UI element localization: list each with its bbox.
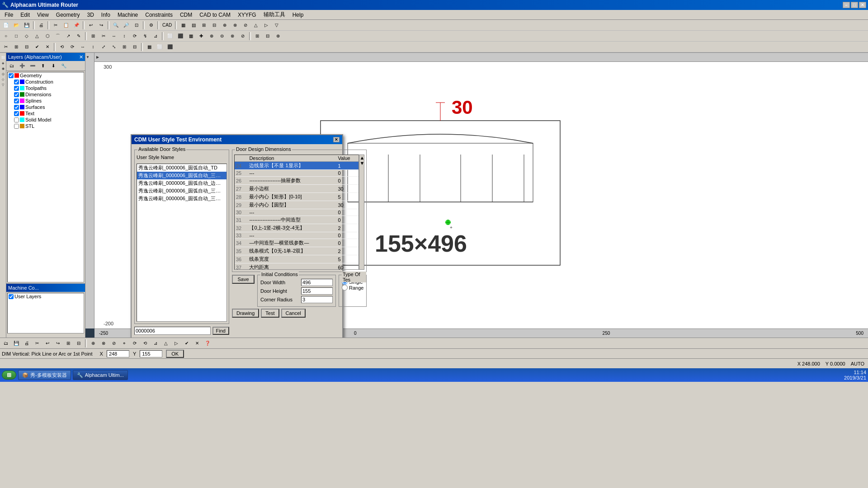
tb2-7[interactable]: ↗ <box>63 32 73 41</box>
menu-view[interactable]: View <box>33 11 52 19</box>
machine-item[interactable]: User Layers <box>8 293 84 300</box>
tb2-9[interactable]: ⊞ <box>88 32 98 41</box>
tb-more-8[interactable]: △ <box>251 21 261 30</box>
tb-redo[interactable]: ↪ <box>96 21 106 30</box>
range-radio[interactable] <box>342 285 348 291</box>
tb2-6[interactable]: ⌒ <box>53 32 63 41</box>
btb-16[interactable]: △ <box>161 339 171 348</box>
door-width-input[interactable] <box>301 279 333 286</box>
tb3-9[interactable]: ↕ <box>88 42 98 52</box>
tb3-14[interactable]: ▦ <box>144 42 154 52</box>
menu-tools[interactable]: 辅助工具 <box>260 10 289 19</box>
style-item-0[interactable]: 秀逸云峰刷_0000006_圆弧自动_TD <box>137 164 226 172</box>
door-height-input[interactable] <box>301 287 333 295</box>
tb-settings[interactable]: ⚙ <box>146 21 156 30</box>
btb-17[interactable]: ▷ <box>171 339 181 348</box>
dialog-close-btn[interactable]: ✕ <box>333 137 340 142</box>
minimize-button[interactable]: – <box>843 2 850 8</box>
tb2-25[interactable]: ⊟ <box>263 32 273 41</box>
btb-4[interactable]: ✂ <box>32 339 42 348</box>
search-input[interactable] <box>134 327 211 335</box>
btb-9[interactable]: ⊕ <box>88 339 98 348</box>
styles-listbox[interactable]: 秀逸云峰刷_0000006_圆弧自动_TD 秀逸云峰刷_0000006_圆弧自动… <box>137 164 227 322</box>
tb-copy[interactable]: 📋 <box>61 21 71 30</box>
style-item-1[interactable]: 秀逸云峰刷_0000006_圆弧自动_三节_TD <box>137 172 226 179</box>
layer-item-splines[interactable]: Splines <box>8 98 84 104</box>
tb-more-7[interactable]: ⊘ <box>241 21 250 30</box>
menu-constraints[interactable]: Constraints <box>142 11 176 19</box>
layer-cb-solidmodel[interactable] <box>14 117 19 122</box>
test-button[interactable]: Test <box>261 309 279 318</box>
layers-tb-6[interactable]: 🔧 <box>59 61 69 70</box>
layer-cb-toolpaths[interactable] <box>14 86 19 91</box>
tb3-8[interactable]: ↔ <box>78 42 88 52</box>
menu-edit[interactable]: Edit <box>17 11 33 19</box>
tb2-12[interactable]: ↕ <box>119 32 129 41</box>
btb-11[interactable]: ⊘ <box>109 339 119 348</box>
tb3-13[interactable]: ⊟ <box>130 42 140 52</box>
layer-item-construction[interactable]: Construction <box>8 79 84 85</box>
layer-cb-construction[interactable] <box>14 80 19 84</box>
btb-1[interactable]: 🗂 <box>1 339 11 348</box>
tb3-16[interactable]: ⬛ <box>165 42 175 52</box>
save-button[interactable]: Save <box>232 275 255 284</box>
tb2-2[interactable]: □ <box>11 32 21 41</box>
style-item-2[interactable]: 秀逸云峰刷_0000006_圆弧自动_边线_TD <box>137 179 226 187</box>
tb2-14[interactable]: ↯ <box>140 32 150 41</box>
layer-cb-splines[interactable] <box>14 99 19 103</box>
btb-3[interactable]: 🖨 <box>22 339 32 348</box>
tb-zoom-fit[interactable]: ⊡ <box>132 21 142 30</box>
menu-xyyfg[interactable]: XYYFG <box>234 11 260 19</box>
layer-item-stl[interactable]: STL <box>8 123 84 129</box>
layers-tb-2[interactable]: ➕ <box>17 61 27 70</box>
layers-tb-1[interactable]: 🗂 <box>7 61 17 70</box>
layer-cb-surfaces[interactable] <box>14 105 19 110</box>
cancel-button[interactable]: Cancel <box>281 309 306 318</box>
tb3-3[interactable]: ⊟ <box>22 42 32 52</box>
menu-3d[interactable]: 3D <box>84 11 98 19</box>
layer-cb-geometry[interactable] <box>9 73 14 78</box>
tb2-13[interactable]: ⟳ <box>130 32 140 41</box>
tb2-1[interactable]: ○ <box>1 32 11 41</box>
params-table-scroll[interactable]: Description Value 24边线显示【不显 1显示】125---02… <box>234 155 359 270</box>
menu-file[interactable]: File <box>1 11 17 19</box>
tb3-4[interactable]: ✔ <box>32 42 42 52</box>
tb3-7[interactable]: ⟳ <box>67 42 77 52</box>
scrollbar[interactable]: ▲▼ <box>359 155 364 270</box>
tb2-18[interactable]: ▦ <box>186 32 196 41</box>
corner-radius-input[interactable] <box>301 296 333 303</box>
btb-19[interactable]: ✕ <box>192 339 202 348</box>
layer-cb-stl[interactable] <box>14 124 19 129</box>
tb-print[interactable]: 🖨 <box>36 21 46 30</box>
btb-6[interactable]: ↪ <box>53 339 63 348</box>
layer-item-text[interactable]: Text <box>8 110 84 117</box>
tb2-10[interactable]: ✂ <box>99 32 108 41</box>
menu-machine[interactable]: Machine <box>114 11 142 19</box>
btb-15[interactable]: ⊿ <box>151 339 160 348</box>
menu-cdm[interactable]: CDM <box>176 11 196 19</box>
tb2-22[interactable]: ⊗ <box>227 32 237 41</box>
tb-more-10[interactable]: ▽ <box>272 21 282 30</box>
btb-14[interactable]: ⟲ <box>140 339 150 348</box>
tb3-2[interactable]: ⊞ <box>11 42 21 52</box>
tb2-17[interactable]: ⬛ <box>175 32 185 41</box>
tb3-5[interactable]: ✕ <box>42 42 52 52</box>
tb2-23[interactable]: ⊘ <box>238 32 248 41</box>
tb-more-3[interactable]: ⊞ <box>199 21 209 30</box>
tb2-4[interactable]: △ <box>32 32 42 41</box>
btb-5[interactable]: ↩ <box>42 339 52 348</box>
tb3-12[interactable]: ⊞ <box>119 42 129 52</box>
tb-undo[interactable]: ↩ <box>86 21 96 30</box>
drawing-button[interactable]: Drawing <box>232 309 259 318</box>
tb2-8[interactable]: ✎ <box>74 32 84 41</box>
tb-cut[interactable]: ✂ <box>51 21 61 30</box>
tb-new[interactable]: 📄 <box>1 21 11 30</box>
tb2-15[interactable]: ⊿ <box>151 32 160 41</box>
tb-paste[interactable]: 📌 <box>71 21 81 30</box>
taskbar-item-alphacam[interactable]: 🔧 Alphacam Ultim... <box>73 370 128 380</box>
layer-item-solidmodel[interactable]: Solid Model <box>8 117 84 123</box>
btb-18[interactable]: ✔ <box>182 339 192 348</box>
layers-tb-5[interactable]: ⬇ <box>48 61 58 70</box>
status-x-input[interactable] <box>107 350 129 357</box>
layer-item-toolpaths[interactable]: Toolpaths <box>8 85 84 91</box>
